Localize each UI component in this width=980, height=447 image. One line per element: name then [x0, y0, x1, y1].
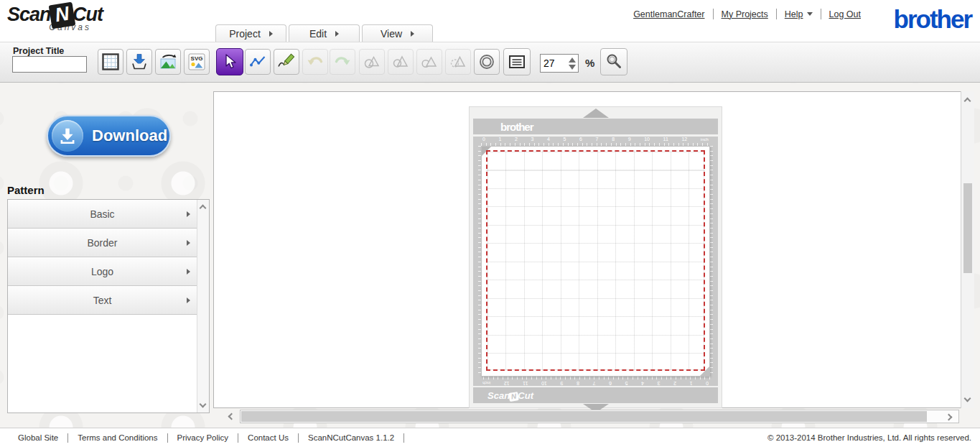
ruler-top: 0123456789101112inch	[481, 137, 710, 146]
menu-bar: Project Edit View	[215, 24, 433, 42]
scroll-up-icon[interactable]	[964, 98, 971, 105]
import-svg-button[interactable]: SVG	[184, 49, 210, 75]
scanncut-canvas-app: { "header": { "logo": { "brand_scan": "S…	[0, 0, 980, 447]
chevron-right-icon	[411, 31, 414, 37]
offset-button[interactable]	[474, 49, 500, 75]
download-button[interactable]: Download	[47, 115, 171, 157]
chevron-right-icon	[187, 211, 190, 217]
pattern-heading: Pattern	[7, 184, 45, 196]
ruler-number: 3	[658, 380, 661, 386]
ruler-left	[473, 146, 481, 377]
chevron-right-icon	[335, 31, 339, 37]
help-link[interactable]: Help	[785, 9, 813, 19]
toolbar: Project Title SVG	[0, 42, 980, 83]
pattern-item-basic[interactable]: Basic	[8, 200, 197, 229]
undo-button	[302, 49, 328, 75]
ruler-number: 12	[681, 137, 687, 142]
vertical-scrollbar[interactable]	[961, 91, 974, 408]
scroll-right-icon[interactable]	[946, 413, 953, 420]
horizontal-scroll-thumb[interactable]	[241, 411, 927, 422]
mat-sheet[interactable]	[481, 146, 710, 377]
my-projects-link[interactable]: My Projects	[722, 9, 768, 19]
import-image-button[interactable]	[155, 49, 181, 75]
divider	[821, 9, 821, 19]
ruler-number: 7	[592, 380, 595, 386]
save-project-button[interactable]	[126, 49, 152, 75]
ruler-number: 9	[560, 380, 563, 386]
terms-link[interactable]: Terms and Conditions	[68, 433, 167, 443]
select-tool-button[interactable]	[216, 48, 243, 75]
ruler-number: 11	[663, 137, 668, 142]
canvas-workspace[interactable]: brother 0123456789101112inch 01234567891…	[213, 91, 961, 408]
pattern-scrollbar[interactable]	[197, 200, 209, 413]
weld-button	[359, 49, 385, 75]
log-out-link[interactable]: Log Out	[829, 9, 861, 19]
mat-brother-logo: brother	[500, 121, 533, 133]
concentric-circles-icon	[477, 52, 496, 71]
global-site-link[interactable]: Global Site	[9, 433, 68, 443]
horizontal-scroll-track[interactable]	[240, 410, 959, 423]
draw-tool-button[interactable]	[274, 49, 299, 75]
logo-text-scan: Scan	[7, 4, 51, 25]
scroll-up-icon[interactable]	[200, 205, 207, 212]
menu-edit[interactable]: Edit	[289, 24, 360, 42]
username-link[interactable]: GentlemanCrafter	[633, 9, 704, 19]
circle-triangle-overlap-icon	[391, 52, 410, 71]
cutting-mat[interactable]: 0123456789101112inch 0123456789101112inc…	[473, 137, 718, 386]
menu-view[interactable]: View	[362, 24, 433, 42]
pattern-item-border[interactable]: Border	[8, 229, 197, 257]
ruler-number: 6	[579, 137, 582, 142]
mat-settings-button[interactable]	[98, 49, 123, 75]
zoom-magnifier-button[interactable]	[600, 48, 627, 75]
pattern-list: Basic Border Logo Text	[7, 199, 210, 413]
pencil-icon	[277, 52, 296, 71]
contact-us-link[interactable]: Contact Us	[238, 433, 299, 443]
chevron-right-icon	[187, 269, 190, 275]
ruler-number: 5	[625, 380, 628, 386]
pattern-item-logo[interactable]: Logo	[8, 257, 197, 286]
menu-project[interactable]: Project	[215, 24, 286, 42]
redo-icon	[333, 52, 352, 71]
scroll-down-icon[interactable]	[964, 395, 971, 402]
header: ScanNCut Canvas Project Edit View Gentle…	[0, 0, 980, 42]
chevron-right-icon	[187, 240, 190, 246]
mat-feed-up-icon	[583, 109, 609, 118]
ruler-number: 9	[628, 137, 631, 142]
project-title-input[interactable]	[12, 56, 87, 73]
properties-panel-icon	[508, 52, 526, 71]
project-title-label: Project Title	[13, 46, 64, 56]
zoom-level-input[interactable]	[541, 55, 566, 72]
edit-nodes-tool-button[interactable]	[245, 49, 271, 75]
circle-dashed-triangle-icon	[449, 52, 467, 71]
scroll-left-button[interactable]	[223, 414, 240, 419]
mat-bottom-band: ScanNCut	[473, 387, 718, 403]
magnifier-icon	[605, 52, 623, 71]
ruler-number: 4	[641, 380, 644, 386]
ruler-number: 10	[541, 380, 547, 386]
copyright-text: © 2013-2014 Brother Industries, Ltd. All…	[767, 433, 980, 442]
ruler-number: 10	[644, 137, 650, 142]
spinner-down-icon[interactable]	[569, 65, 576, 70]
chevron-down-icon	[807, 12, 813, 16]
image-import-icon	[159, 52, 177, 71]
scroll-down-icon[interactable]	[200, 401, 207, 408]
properties-panel-button[interactable]	[503, 48, 531, 75]
footer-links: Global Site Terms and Conditions Privacy…	[0, 433, 404, 443]
zoom-control	[540, 54, 579, 73]
ruler-number: 1	[690, 380, 693, 386]
ruler-number: 0	[482, 137, 485, 142]
ruler-number: 7	[596, 137, 599, 142]
privacy-policy-link[interactable]: Privacy Policy	[168, 433, 239, 443]
ruler-number: 6	[609, 380, 612, 386]
chevron-right-icon	[269, 31, 273, 37]
zoom-spinner[interactable]	[566, 55, 578, 72]
vertical-scroll-thumb[interactable]	[963, 183, 972, 273]
pattern-item-text[interactable]: Text	[8, 286, 197, 315]
cutting-area-boundary[interactable]	[486, 150, 705, 371]
svg-file-icon: SVG	[187, 52, 206, 71]
brother-logo: brother	[894, 5, 972, 34]
download-label: Download	[92, 126, 167, 145]
horizontal-scrollbar[interactable]	[223, 409, 959, 423]
save-download-icon	[130, 52, 149, 71]
spinner-up-icon[interactable]	[569, 57, 576, 63]
